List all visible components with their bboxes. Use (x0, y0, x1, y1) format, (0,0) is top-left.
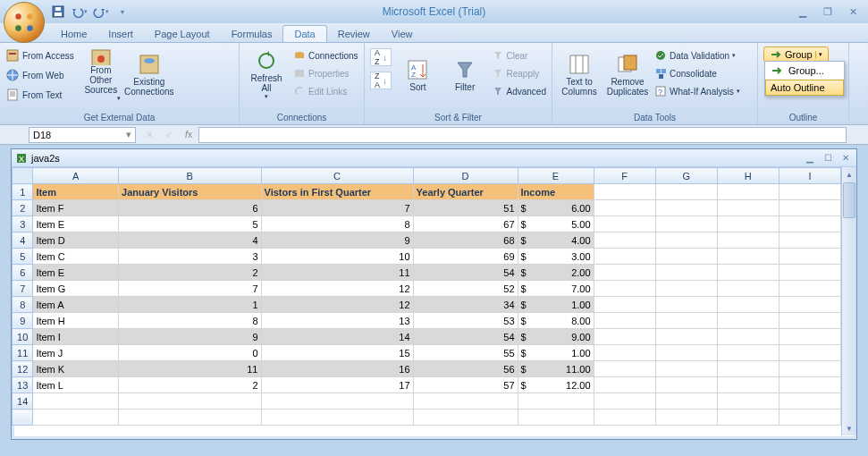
cell-D6[interactable]: 54 (413, 265, 518, 281)
scroll-thumb[interactable] (843, 182, 855, 218)
row-header-6[interactable]: 6 (13, 265, 33, 281)
cell-B12[interactable]: 11 (119, 361, 261, 377)
cell-C11[interactable]: 15 (261, 345, 413, 361)
cell-G6[interactable] (655, 265, 717, 281)
cell-G7[interactable] (655, 281, 717, 297)
col-header-D[interactable]: D (413, 168, 518, 184)
cell-B11[interactable]: 0 (119, 345, 261, 361)
cell-A3[interactable]: Item E (33, 216, 119, 232)
cell-H11[interactable] (717, 345, 779, 361)
cell-B3[interactable]: 5 (119, 216, 261, 232)
cell-C2[interactable]: 7 (261, 200, 413, 216)
cell-D7[interactable]: 52 (413, 281, 518, 297)
cell-H6[interactable] (717, 265, 779, 281)
cell-F9[interactable] (594, 313, 655, 329)
cell-A2[interactable]: Item F (33, 200, 119, 216)
cell-A13[interactable]: Item L (33, 377, 119, 393)
consolidate-button[interactable]: Consolidate (653, 64, 742, 82)
cell-E1[interactable]: Income (518, 184, 594, 200)
row-header-4[interactable]: 4 (13, 232, 33, 249)
row-header-5[interactable]: 5 (13, 249, 33, 265)
cell-F8[interactable] (594, 297, 655, 313)
cell-C8[interactable]: 12 (261, 297, 413, 313)
cell-H7[interactable] (717, 281, 779, 297)
cell-C14[interactable] (261, 393, 413, 410)
col-header-E[interactable]: E (518, 168, 594, 184)
office-button[interactable] (4, 2, 45, 43)
row-header-14[interactable]: 14 (13, 393, 33, 410)
cell-E11[interactable]: $1.00 (518, 345, 594, 361)
text-to-columns-button[interactable]: Text to Columns (556, 45, 603, 104)
tab-home[interactable]: Home (50, 26, 97, 42)
cell-D1[interactable]: Yearly Quarter (413, 184, 518, 200)
wb-maximize-button[interactable]: ☐ (821, 152, 835, 165)
data-validation-button[interactable]: Data Validation ▾ (653, 46, 742, 64)
cell-I5[interactable] (779, 249, 840, 265)
from-access-button[interactable]: From Access (4, 46, 76, 64)
cell-G13[interactable] (655, 377, 717, 393)
chevron-down-icon[interactable]: ▾ (126, 129, 131, 140)
cell-F1[interactable] (594, 184, 655, 200)
minimize-button[interactable]: ▁ (791, 4, 814, 19)
cell-E4[interactable]: $4.00 (518, 232, 594, 249)
cell-G1[interactable] (655, 184, 717, 200)
cell-D10[interactable]: 54 (413, 329, 518, 345)
col-header-I[interactable]: I (779, 168, 840, 184)
from-text-button[interactable]: From Text (4, 86, 76, 104)
cell-G4[interactable] (655, 232, 717, 249)
tab-insert[interactable]: Insert (97, 26, 144, 42)
cell-C5[interactable]: 10 (261, 249, 413, 265)
cell-F10[interactable] (594, 329, 655, 345)
cell-C7[interactable]: 12 (261, 281, 413, 297)
cell-H1[interactable] (717, 184, 779, 200)
vertical-scrollbar[interactable]: ▲ ▼ (841, 167, 856, 435)
cell-F7[interactable] (594, 281, 655, 297)
cell-H8[interactable] (717, 297, 779, 313)
cell-B13[interactable]: 2 (119, 377, 261, 393)
cell-H4[interactable] (717, 232, 779, 249)
cell-G9[interactable] (655, 313, 717, 329)
cell-B14[interactable] (119, 393, 261, 410)
cell-I1[interactable] (779, 184, 840, 200)
cell-B10[interactable]: 9 (119, 329, 261, 345)
cell-I6[interactable] (779, 265, 840, 281)
cell-I12[interactable] (779, 361, 840, 377)
cell-E13[interactable]: $12.00 (518, 377, 594, 393)
cell-E14[interactable] (518, 393, 594, 410)
cell-H5[interactable] (717, 249, 779, 265)
cell-B5[interactable]: 3 (119, 249, 261, 265)
cell-A5[interactable]: Item C (33, 249, 119, 265)
cell-G11[interactable] (655, 345, 717, 361)
cell-A10[interactable]: Item I (33, 329, 119, 345)
whatif-button[interactable]: ?What-If Analysis ▾ (653, 82, 742, 100)
cell-C13[interactable]: 17 (261, 377, 413, 393)
col-header-B[interactable]: B (119, 168, 261, 184)
cell-A1[interactable]: Item (33, 184, 119, 200)
cell-H10[interactable] (717, 329, 779, 345)
cell-H3[interactable] (717, 216, 779, 232)
cell-F14[interactable] (594, 393, 655, 410)
cell-C6[interactable]: 11 (261, 265, 413, 281)
cell-E7[interactable]: $7.00 (518, 281, 594, 297)
cell-E10[interactable]: $9.00 (518, 329, 594, 345)
cell-E2[interactable]: $6.00 (518, 200, 594, 216)
refresh-all-button[interactable]: Refresh All▾ (243, 45, 290, 104)
cell-F6[interactable] (594, 265, 655, 281)
tab-formulas[interactable]: Formulas (221, 26, 283, 42)
cell-I14[interactable] (779, 393, 840, 410)
row-header-15[interactable] (13, 410, 33, 426)
cell-E12[interactable]: $11.00 (518, 361, 594, 377)
cell-H2[interactable] (717, 200, 779, 216)
existing-connections-button[interactable]: Existing Connections (126, 45, 173, 104)
remove-duplicates-button[interactable]: Remove Duplicates (604, 45, 651, 104)
tab-review[interactable]: Review (327, 26, 381, 42)
cell-D4[interactable]: 68 (413, 232, 518, 249)
cell-I3[interactable] (779, 216, 840, 232)
cell-C10[interactable]: 14 (261, 329, 413, 345)
cell-A15[interactable] (33, 410, 119, 426)
cell-C4[interactable]: 9 (261, 232, 413, 249)
col-header-G[interactable]: G (655, 168, 717, 184)
row-header-2[interactable]: 2 (13, 200, 33, 216)
cell-E3[interactable]: $5.00 (518, 216, 594, 232)
cell-A6[interactable]: Item E (33, 265, 119, 281)
